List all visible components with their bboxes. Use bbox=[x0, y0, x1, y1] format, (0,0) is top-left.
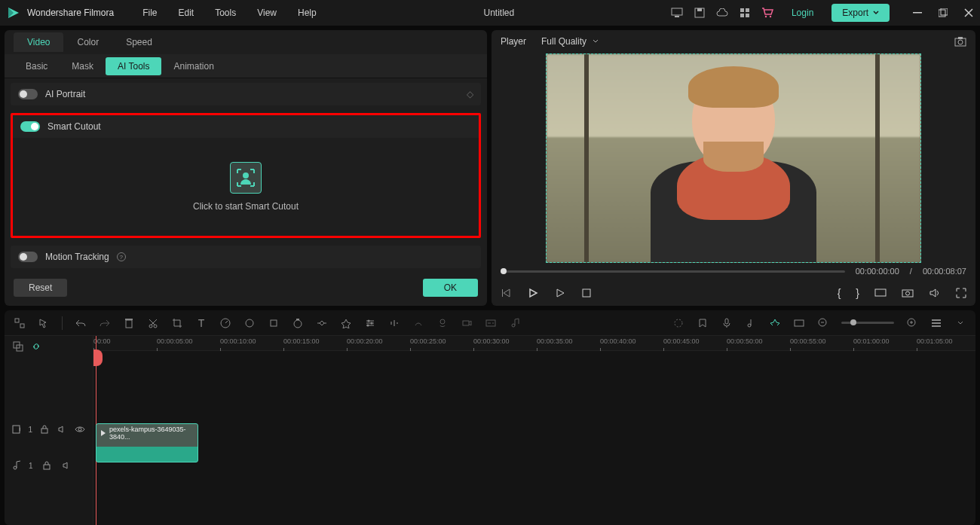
cut-icon[interactable] bbox=[147, 317, 159, 329]
delete-icon[interactable] bbox=[123, 317, 135, 329]
fullscreen-icon[interactable] bbox=[956, 288, 966, 298]
detach-audio-icon[interactable] bbox=[412, 317, 424, 329]
play-forward-button[interactable] bbox=[555, 288, 565, 298]
record-icon[interactable] bbox=[461, 317, 473, 329]
subtab-basic[interactable]: Basic bbox=[14, 57, 60, 75]
menu-file[interactable]: File bbox=[132, 0, 167, 26]
redo-icon[interactable] bbox=[99, 317, 111, 329]
speed-icon[interactable] bbox=[219, 317, 231, 329]
mute-icon[interactable] bbox=[57, 423, 67, 435]
effects-icon[interactable] bbox=[340, 317, 352, 329]
transform-icon[interactable] bbox=[268, 317, 280, 329]
overlay-icon[interactable] bbox=[12, 340, 24, 353]
auto-beat-icon[interactable] bbox=[769, 317, 781, 329]
timer-icon[interactable] bbox=[292, 317, 304, 329]
tab-color[interactable]: Color bbox=[63, 32, 112, 52]
crop-icon[interactable] bbox=[171, 317, 183, 329]
video-clip[interactable]: pexels-kampus-3649035-3840... bbox=[96, 423, 198, 462]
cursor-tool-icon[interactable] bbox=[38, 317, 50, 329]
select-tool-icon[interactable] bbox=[14, 317, 26, 329]
undo-icon[interactable] bbox=[75, 317, 87, 329]
zoom-out-icon[interactable] bbox=[817, 317, 829, 329]
timeline-tracks-area[interactable]: 00:0000:00:05:0000:00:10:0000:00:15:0000… bbox=[93, 336, 975, 525]
motion-tracking-toggle[interactable] bbox=[18, 252, 38, 262]
smart-cutout-section[interactable]: Smart Cutout bbox=[13, 115, 479, 138]
display-icon[interactable] bbox=[874, 288, 887, 298]
save-icon[interactable] bbox=[694, 7, 706, 19]
mark-in-icon[interactable]: { bbox=[838, 287, 841, 299]
menu-tools[interactable]: Tools bbox=[204, 0, 247, 26]
snap-icon[interactable] bbox=[793, 317, 805, 329]
scrub-track[interactable] bbox=[501, 270, 845, 273]
login-button[interactable]: Login bbox=[784, 5, 821, 21]
mic-icon[interactable] bbox=[721, 317, 733, 329]
mark-out-icon[interactable]: } bbox=[856, 287, 859, 299]
color-icon[interactable] bbox=[243, 317, 256, 329]
volume-icon[interactable] bbox=[929, 288, 941, 298]
track-size-icon[interactable] bbox=[930, 317, 942, 329]
stop-button[interactable] bbox=[582, 288, 591, 298]
menu-help[interactable]: Help bbox=[287, 0, 327, 26]
text-icon[interactable]: T bbox=[195, 317, 207, 329]
prev-frame-button[interactable] bbox=[501, 288, 511, 298]
camera-icon[interactable] bbox=[902, 288, 914, 298]
smart-cutout-label: Smart Cutout bbox=[47, 121, 101, 132]
svg-point-8 bbox=[765, 16, 767, 17]
monitor-icon[interactable] bbox=[671, 7, 683, 19]
menu-edit[interactable]: Edit bbox=[168, 0, 205, 26]
scrub-handle[interactable] bbox=[501, 268, 507, 274]
audio-tool-icon[interactable] bbox=[388, 317, 400, 329]
export-button[interactable]: Export bbox=[831, 4, 890, 22]
quality-dropdown[interactable]: Full Quality bbox=[541, 36, 599, 47]
subtab-mask[interactable]: Mask bbox=[60, 57, 106, 75]
ai-portrait-section[interactable]: AI Portrait ◇ bbox=[11, 83, 481, 105]
chevron-down-icon bbox=[593, 39, 599, 44]
subtitle-icon[interactable] bbox=[485, 317, 497, 329]
playhead-handle[interactable] bbox=[93, 349, 103, 366]
tab-video[interactable]: Video bbox=[14, 32, 63, 52]
adjust-icon[interactable] bbox=[364, 317, 376, 329]
svg-rect-6 bbox=[740, 14, 744, 17]
mute-icon[interactable] bbox=[60, 459, 72, 472]
close-button[interactable] bbox=[963, 8, 974, 18]
music-icon[interactable] bbox=[509, 317, 521, 329]
smart-cutout-toggle[interactable] bbox=[20, 121, 40, 132]
keyframe-icon[interactable] bbox=[316, 317, 328, 329]
tab-speed[interactable]: Speed bbox=[112, 32, 166, 52]
eye-icon[interactable] bbox=[75, 423, 85, 435]
reset-button[interactable]: Reset bbox=[14, 279, 67, 297]
lock-icon[interactable] bbox=[40, 423, 50, 435]
timeline-ruler[interactable]: 00:0000:00:05:0000:00:10:0000:00:15:0000… bbox=[93, 336, 975, 351]
motion-tracking-section[interactable]: Motion Tracking ? bbox=[11, 246, 481, 268]
minimize-button[interactable] bbox=[912, 8, 923, 18]
ai-portrait-toggle[interactable] bbox=[18, 89, 38, 99]
cloud-icon[interactable] bbox=[716, 7, 728, 19]
lock-icon[interactable] bbox=[41, 459, 53, 472]
info-icon[interactable]: ? bbox=[117, 252, 126, 261]
video-frame[interactable] bbox=[546, 53, 921, 263]
svg-point-9 bbox=[770, 16, 771, 17]
subtab-animation[interactable]: Animation bbox=[161, 57, 225, 75]
clip-name: pexels-kampus-3649035-3840... bbox=[109, 426, 198, 441]
marker-icon[interactable] bbox=[697, 317, 709, 329]
voiceover-icon[interactable] bbox=[436, 317, 449, 329]
zoom-in-icon[interactable] bbox=[906, 317, 918, 329]
snapshot-icon[interactable] bbox=[954, 35, 966, 47]
menu-view[interactable]: View bbox=[247, 0, 287, 26]
audio-mixer-icon[interactable] bbox=[745, 317, 757, 329]
cart-icon[interactable] bbox=[761, 7, 773, 19]
ok-button[interactable]: OK bbox=[423, 279, 478, 297]
render-icon[interactable] bbox=[672, 317, 684, 329]
smart-cutout-start-button[interactable] bbox=[230, 162, 262, 194]
maximize-button[interactable] bbox=[938, 8, 948, 18]
link-icon[interactable] bbox=[30, 340, 42, 353]
tree-shape bbox=[584, 54, 589, 262]
zoom-slider[interactable] bbox=[841, 322, 894, 324]
keyframe-diamond-icon[interactable]: ◇ bbox=[467, 89, 473, 99]
viewport[interactable] bbox=[492, 53, 975, 263]
play-button[interactable] bbox=[528, 288, 538, 298]
more-icon[interactable] bbox=[954, 317, 966, 329]
subtab-aitools[interactable]: AI Tools bbox=[106, 57, 161, 75]
apps-icon[interactable] bbox=[739, 7, 751, 19]
ai-portrait-label: AI Portrait bbox=[45, 89, 85, 99]
